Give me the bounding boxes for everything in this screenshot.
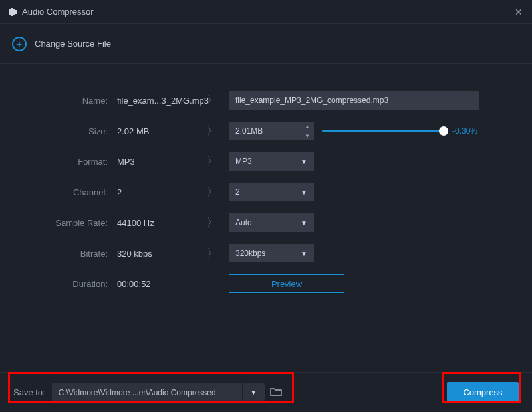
arrow-icon: 〉 — [202, 247, 222, 260]
folder-open-icon[interactable] — [270, 387, 282, 398]
save-to-label: Save to: — [13, 387, 45, 397]
target-name-wrap — [229, 91, 479, 110]
channel-control: 2 ▼ — [229, 183, 314, 201]
chevron-down-icon: ▼ — [301, 250, 307, 257]
compress-label: Compress — [463, 387, 502, 397]
row-format: Format: MP3 〉 MP3 ▼ — [19, 146, 513, 177]
size-control: 2.01MB ▲ ▼ -0.30% — [229, 122, 477, 140]
row-channel: Channel: 2 〉 2 ▼ — [19, 177, 513, 207]
slider-thumb[interactable] — [439, 126, 448, 136]
label-size: Size: — [19, 126, 117, 136]
target-sample-rate-select[interactable]: Auto ▼ — [229, 213, 314, 232]
row-bitrate: Bitrate: 320 kbps 〉 320kbps ▼ — [19, 238, 513, 268]
bitrate-control: 320kbps ▼ — [229, 244, 314, 262]
target-format-value: MP3 — [235, 157, 252, 166]
target-channel-value: 2 — [235, 187, 240, 197]
chevron-down-icon: ▼ — [301, 219, 307, 227]
row-sample-rate: Sample Rate: 44100 Hz 〉 Auto ▼ — [19, 207, 513, 238]
chevron-down-icon: ▼ — [301, 189, 307, 196]
spin-up-icon[interactable]: ▲ — [301, 122, 314, 131]
label-format: Format: — [19, 157, 117, 167]
app-title: Audio Compressor — [22, 7, 94, 17]
target-size-spin[interactable]: 2.01MB ▲ ▼ — [229, 122, 314, 140]
save-path-dropdown[interactable]: ▼ — [242, 383, 265, 403]
source-size: 2.02 MB — [117, 126, 202, 136]
preview-button[interactable]: Preview — [229, 274, 344, 293]
arrow-icon: 〉 — [202, 185, 222, 199]
preview-control: Preview — [229, 274, 344, 293]
label-sample-rate: Sample Rate: — [19, 218, 117, 228]
minimize-button[interactable]: — — [492, 7, 501, 17]
save-path-display[interactable]: C:\Vidmore\Vidmore ...er\Audio Compresse… — [52, 383, 242, 403]
arrow-icon: 〉 — [202, 216, 222, 230]
target-bitrate-value: 320kbps — [235, 249, 265, 258]
format-control: MP3 ▼ — [229, 152, 314, 171]
target-format-select[interactable]: MP3 ▼ — [229, 152, 314, 171]
change-source-label: Change Source File — [35, 39, 111, 49]
source-bitrate: 320 kbps — [117, 249, 202, 258]
source-duration: 00:00:52 — [117, 279, 202, 289]
chevron-down-icon: ▼ — [301, 158, 307, 165]
label-name: Name: — [19, 96, 117, 106]
source-sample-rate: 44100 Hz — [117, 218, 202, 228]
settings-form: Name: file_exam...3_2MG.mp3 〉 Size: 2.02… — [0, 64, 532, 299]
target-channel-select[interactable]: 2 ▼ — [229, 183, 314, 201]
label-bitrate: Bitrate: — [19, 249, 117, 258]
app-title-group: Audio Compressor — [9, 7, 94, 17]
save-path-group: C:\Vidmore\Vidmore ...er\Audio Compresse… — [52, 383, 282, 403]
target-sample-rate-value: Auto — [235, 218, 252, 227]
app-icon — [9, 8, 17, 16]
target-name-input[interactable] — [229, 91, 479, 110]
arrow-icon: 〉 — [202, 94, 222, 108]
label-channel: Channel: — [19, 187, 117, 197]
sample-rate-control: Auto ▼ — [229, 213, 314, 232]
save-path-text: C:\Vidmore\Vidmore ...er\Audio Compresse… — [59, 388, 216, 397]
source-name: file_exam...3_2MG.mp3 — [117, 96, 202, 106]
row-name: Name: file_exam...3_2MG.mp3 〉 — [19, 85, 513, 116]
window-controls: — ✕ — [492, 7, 523, 17]
label-duration: Duration: — [19, 279, 117, 289]
compress-button[interactable]: Compress — [447, 382, 519, 403]
preview-label: Preview — [271, 279, 302, 289]
row-size: Size: 2.02 MB 〉 2.01MB ▲ ▼ -0.30% — [19, 116, 513, 146]
size-delta: -0.30% — [452, 126, 477, 136]
row-duration: Duration: 00:00:52 Preview — [19, 268, 513, 299]
source-format: MP3 — [117, 157, 202, 167]
arrow-icon: 〉 — [202, 124, 222, 138]
change-source-bar[interactable]: + Change Source File — [0, 24, 532, 64]
title-bar: Audio Compressor — ✕ — [0, 0, 532, 24]
target-size-value: 2.01MB — [229, 126, 301, 136]
arrow-icon: 〉 — [202, 155, 222, 169]
plus-icon: + — [12, 37, 27, 51]
size-slider[interactable] — [322, 130, 444, 132]
source-channel: 2 — [117, 187, 202, 197]
spin-down-icon[interactable]: ▼ — [301, 131, 314, 140]
target-bitrate-select[interactable]: 320kbps ▼ — [229, 244, 314, 262]
bottom-bar: Save to: C:\Vidmore\Vidmore ...er\Audio … — [0, 372, 532, 412]
close-button[interactable]: ✕ — [515, 7, 523, 17]
